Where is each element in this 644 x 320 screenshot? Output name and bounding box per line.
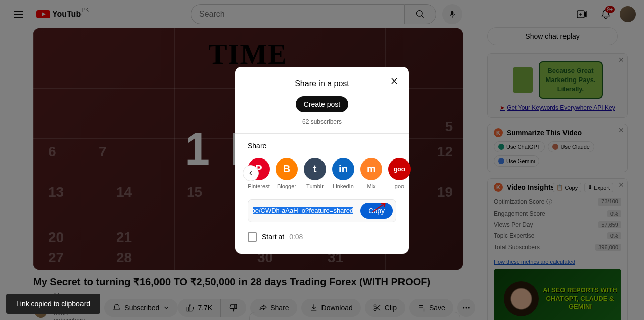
share-goo[interactable]: googoo <box>388 158 411 189</box>
share-blogger[interactable]: BBlogger <box>276 158 298 189</box>
share-modal: Share in a post Create post 62 subscribe… <box>235 67 409 254</box>
share-label: Share <box>248 142 396 150</box>
close-button[interactable] <box>388 75 400 87</box>
copy-button[interactable]: Copy <box>360 203 393 219</box>
subscriber-count: 62 subscribers <box>248 118 396 125</box>
share-tumblr[interactable]: tTumblr <box>304 158 326 189</box>
modal-title: Share in a post <box>248 79 396 88</box>
start-at-checkbox[interactable] <box>248 232 257 242</box>
chevron-left-icon <box>247 170 254 177</box>
start-at-row: Start at 0:08 <box>248 232 396 242</box>
close-icon <box>389 76 399 86</box>
toast-notification: Link copied to clipboard <box>6 294 100 314</box>
create-post-button[interactable]: Create post <box>296 96 348 112</box>
scroll-left-button[interactable] <box>243 165 259 181</box>
url-row: Copy <box>248 199 396 222</box>
share-mix[interactable]: mMix <box>360 158 382 189</box>
share-linkedin[interactable]: inLinkedIn <box>332 158 354 189</box>
modal-overlay[interactable]: Share in a post Create post 62 subscribe… <box>0 0 644 320</box>
share-url-input[interactable] <box>251 205 355 216</box>
start-at-time: 0:08 <box>289 233 303 241</box>
